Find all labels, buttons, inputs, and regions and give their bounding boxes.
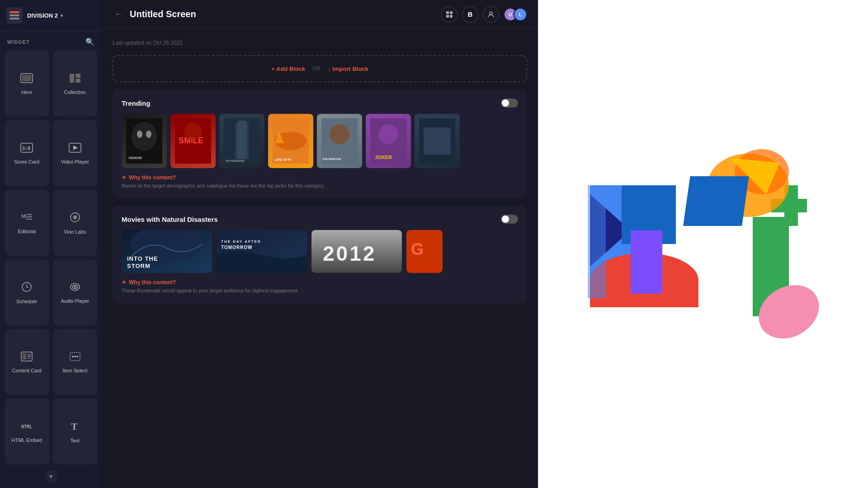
user-icon-button[interactable]	[483, 6, 499, 23]
topbar: ← Untitled Screen B U L	[102, 0, 538, 29]
widget-collection[interactable]: Collection	[53, 51, 98, 117]
widget-schedule[interactable]: Schedule	[5, 259, 49, 325]
logo-composite	[585, 149, 821, 339]
hero-label: Hero	[21, 89, 32, 95]
brand-logo-svg	[585, 149, 821, 339]
svg-point-28	[72, 356, 74, 357]
svg-text:VENOM: VENOM	[128, 156, 142, 160]
spark-icon: ✦	[122, 174, 126, 181]
html-embed-label: HTML Embed	[12, 437, 42, 443]
last-updated-text: Last updated on Oct 26 2022	[113, 40, 527, 46]
widget-content-card[interactable]: Content Card	[5, 329, 49, 395]
svg-text:SKYSCRAPER: SKYSCRAPER	[226, 160, 245, 162]
svg-text:G: G	[411, 240, 424, 258]
widget-title: WIDGET	[7, 39, 30, 45]
svg-point-37	[490, 12, 492, 14]
add-block-label: + Add Block	[271, 66, 305, 72]
trending-title: Trending	[122, 99, 150, 107]
disaster-why-text: These thumbnails would appeal to your ta…	[122, 287, 518, 294]
widget-hero[interactable]: Hero	[5, 51, 49, 117]
svg-point-15	[74, 216, 76, 218]
app-logo	[6, 7, 23, 23]
import-block-button[interactable]: ↓ Import Block	[328, 66, 368, 72]
movie-geostorm[interactable]: G	[406, 230, 443, 273]
svg-text:JOKER: JOKER	[375, 155, 392, 160]
spark-icon-2: ✦	[122, 279, 126, 286]
widget-editorial[interactable]: M Editorial	[5, 190, 49, 256]
widget-score-card[interactable]: 3:0 Score Card	[5, 120, 49, 186]
screen-title: Untitled Screen	[130, 9, 436, 19]
division-chevron: ▾	[61, 13, 63, 18]
svg-point-58	[378, 124, 398, 144]
movie-extra[interactable]	[415, 114, 460, 168]
add-block-area[interactable]: + Add Block OR ↓ Import Block	[113, 55, 527, 82]
movie-day-after-tomorrow[interactable]: THE DAY AFTER TOMORROW	[217, 230, 307, 273]
widget-video-player[interactable]: Video Player	[53, 120, 98, 186]
svg-text:THE MARTIAN: THE MARTIAN	[322, 158, 341, 160]
svg-rect-4	[75, 79, 80, 83]
show-more-button[interactable]: ▾	[45, 470, 57, 483]
disaster-why: ✦ Why this content? These thumbnails wou…	[122, 279, 518, 294]
add-block-button[interactable]: + Add Block	[271, 66, 305, 72]
disaster-why-header: ✦ Why this content?	[122, 279, 518, 286]
avatar-group: U L	[504, 8, 527, 21]
item-select-icon	[69, 352, 81, 364]
audio-player-label: Audio Player	[61, 298, 89, 304]
widget-grid: Hero Collection 3:0 Score Card	[0, 51, 102, 465]
trending-why-header: ✦ Why this content?	[122, 174, 518, 181]
back-button[interactable]: ←	[113, 8, 124, 21]
movie-into-the-storm[interactable]: INTO THE STORM	[122, 230, 212, 273]
widget-text[interactable]: T Text	[53, 399, 98, 465]
trending-toggle[interactable]	[501, 99, 518, 108]
hero-icon	[20, 73, 33, 86]
widget-audio-player[interactable]: Audio Player	[53, 259, 98, 325]
svg-point-21	[74, 286, 76, 288]
movie-joker[interactable]: JOKER	[366, 114, 411, 168]
natural-disasters-toggle-knob	[502, 216, 509, 223]
svg-rect-79	[631, 230, 662, 294]
trending-why: ✦ Why this content? Based on the target …	[122, 174, 518, 189]
schedule-label: Schedule	[16, 299, 37, 304]
vion-labs-icon	[70, 212, 80, 225]
app-name: DIVISION 2	[27, 12, 58, 19]
widget-html-embed[interactable]: HTML HTML Embed	[5, 399, 49, 465]
topbar-icons: B U L	[441, 6, 527, 23]
svg-point-40	[132, 122, 157, 151]
movie-the-martian[interactable]: THE MARTIAN	[317, 114, 362, 168]
svg-rect-61	[424, 127, 451, 155]
avatar-l: L	[514, 8, 527, 21]
svg-text:TOMORROW: TOMORROW	[221, 245, 252, 250]
widget-search-button[interactable]: 🔍	[85, 38, 94, 46]
svg-line-18	[27, 287, 28, 288]
score-card-label: Score Card	[14, 159, 39, 164]
division-label[interactable]: DIVISION 2 ▾	[27, 12, 63, 19]
b-icon-button[interactable]: B	[462, 6, 478, 23]
movie-skyscraper[interactable]: SKYSCRAPER	[219, 114, 264, 168]
svg-rect-23	[23, 353, 26, 360]
svg-rect-1	[22, 75, 31, 81]
svg-point-20	[72, 285, 78, 289]
collection-icon	[69, 73, 81, 86]
svg-point-45	[184, 123, 202, 141]
svg-marker-8	[73, 145, 78, 150]
natural-disasters-toggle[interactable]	[501, 215, 518, 224]
natural-disasters-block: Movies with Natural Disasters	[113, 206, 527, 303]
trending-why-text: Based on the target demographic and cata…	[122, 183, 518, 189]
content-card-label: Content Card	[12, 368, 42, 373]
svg-rect-34	[450, 11, 453, 14]
item-select-label: Item Select	[62, 368, 87, 373]
widget-vion-labs[interactable]: Vion Labs	[53, 190, 98, 256]
svg-rect-3	[75, 74, 80, 78]
editorial-icon: M	[21, 212, 33, 225]
natural-disasters-title: Movies with Natural Disasters	[122, 216, 218, 223]
movie-life-of-pi[interactable]: LIFE OF PI	[268, 114, 313, 168]
svg-text:M: M	[21, 213, 26, 219]
movie-smile[interactable]: SMILE	[170, 114, 216, 168]
trending-movies-row: VENOM SMILE	[122, 114, 518, 168]
grid-icon-button[interactable]	[441, 6, 458, 23]
collection-label: Collection	[64, 89, 86, 95]
movie-2012[interactable]: 2012	[311, 230, 402, 273]
movie-venom[interactable]: VENOM	[122, 114, 167, 168]
widget-item-select[interactable]: Item Select	[53, 329, 98, 395]
video-player-icon	[69, 143, 81, 155]
